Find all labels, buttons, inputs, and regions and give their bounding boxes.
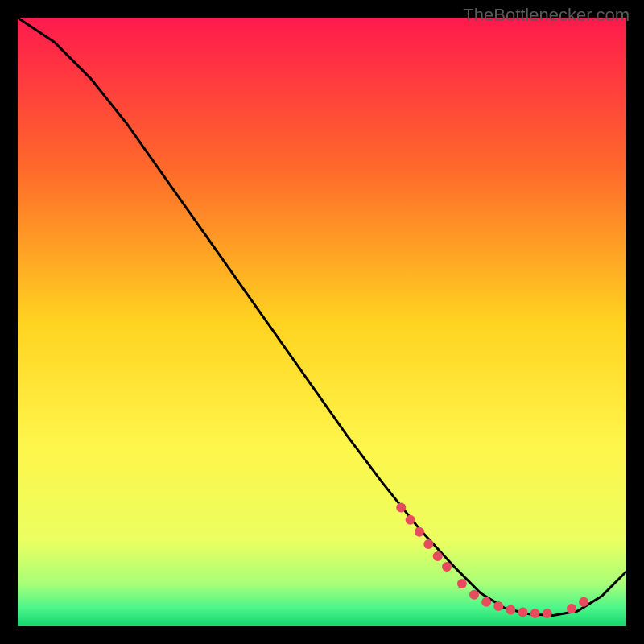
data-marker xyxy=(423,539,433,549)
data-marker xyxy=(433,551,443,561)
chart-background xyxy=(18,18,626,626)
data-marker xyxy=(469,590,479,600)
data-marker xyxy=(457,579,467,588)
data-marker xyxy=(415,527,424,537)
data-marker xyxy=(543,609,552,618)
data-marker xyxy=(579,597,588,607)
watermark-text: TheBottlenecker.com xyxy=(463,5,630,26)
data-marker xyxy=(406,515,415,525)
chart-svg xyxy=(18,18,626,626)
data-marker xyxy=(396,503,406,513)
data-marker xyxy=(530,609,540,618)
data-marker xyxy=(481,597,491,607)
chart-plot-area xyxy=(18,18,626,626)
data-marker xyxy=(506,605,515,615)
data-marker xyxy=(493,601,503,611)
data-marker xyxy=(567,604,576,613)
data-marker xyxy=(442,562,452,572)
data-marker xyxy=(518,608,527,617)
